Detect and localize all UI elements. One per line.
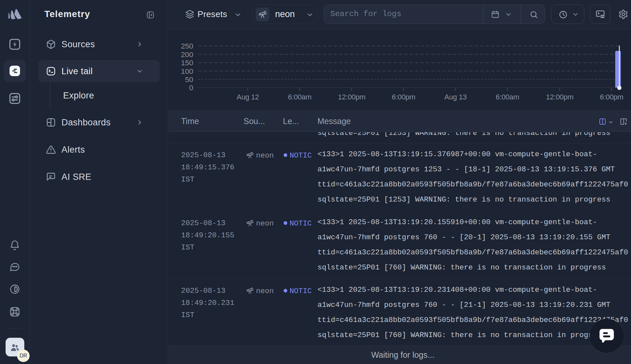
svg-text:6:00pm: 6:00pm [600,93,623,101]
svg-text:250: 250 [181,42,193,50]
svg-text:50: 50 [185,75,193,84]
svg-text:12:00pm: 12:00pm [546,93,573,101]
svg-text:0: 0 [189,84,193,92]
svg-text:12:00pm: 12:00pm [338,93,365,101]
svg-text:100: 100 [181,67,193,75]
svg-text:6:00am: 6:00am [496,93,519,101]
svg-text:6:00am: 6:00am [288,93,312,101]
svg-text:6:00pm: 6:00pm [392,93,415,101]
svg-text:Aug 13: Aug 13 [444,93,467,101]
svg-text:150: 150 [181,59,193,67]
svg-text:200: 200 [181,51,193,59]
svg-text:Aug 12: Aug 12 [237,93,259,101]
